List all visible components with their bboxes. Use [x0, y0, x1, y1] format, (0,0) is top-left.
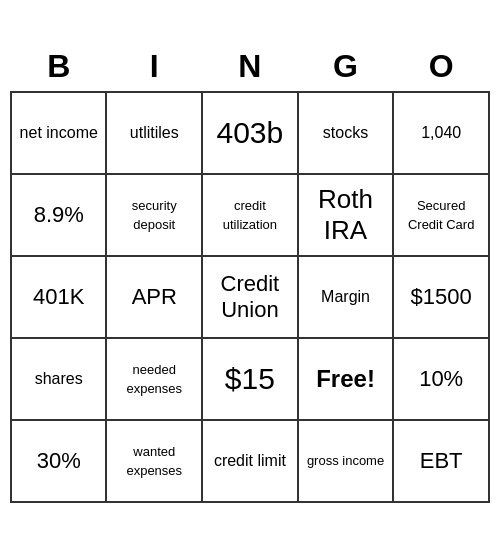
bingo-cell-r3-c0: shares	[11, 338, 106, 420]
bingo-cell-r1-c3: Roth IRA	[298, 174, 394, 256]
header-n: N	[202, 42, 298, 92]
bingo-header-row: B I N G O	[11, 42, 489, 92]
bingo-cell-r0-c2: 403b	[202, 92, 298, 174]
bingo-cell-r4-c1: wanted expenses	[106, 420, 202, 502]
bingo-cell-r1-c2: credit utilization	[202, 174, 298, 256]
bingo-card: B I N G O net incomeutlitiles403bstocks1…	[10, 42, 490, 503]
bingo-cell-r4-c2: credit limit	[202, 420, 298, 502]
bingo-cell-r3-c3: Free!	[298, 338, 394, 420]
bingo-row-0: net incomeutlitiles403bstocks1,040	[11, 92, 489, 174]
bingo-cell-r4-c4: EBT	[393, 420, 489, 502]
bingo-row-3: sharesneeded expenses$15Free!10%	[11, 338, 489, 420]
bingo-cell-r1-c0: 8.9%	[11, 174, 106, 256]
bingo-row-4: 30%wanted expensescredit limitgross inco…	[11, 420, 489, 502]
bingo-cell-r0-c1: utlitiles	[106, 92, 202, 174]
bingo-cell-r2-c0: 401K	[11, 256, 106, 338]
bingo-cell-r1-c4: Secured Credit Card	[393, 174, 489, 256]
bingo-cell-r0-c4: 1,040	[393, 92, 489, 174]
bingo-cell-r2-c4: $1500	[393, 256, 489, 338]
bingo-cell-r3-c1: needed expenses	[106, 338, 202, 420]
bingo-cell-r2-c2: Credit Union	[202, 256, 298, 338]
bingo-cell-r3-c4: 10%	[393, 338, 489, 420]
bingo-cell-r2-c1: APR	[106, 256, 202, 338]
bingo-cell-r0-c0: net income	[11, 92, 106, 174]
bingo-cell-r0-c3: stocks	[298, 92, 394, 174]
header-g: G	[298, 42, 394, 92]
bingo-row-1: 8.9%security depositcredit utilizationRo…	[11, 174, 489, 256]
bingo-cell-r4-c3: gross income	[298, 420, 394, 502]
bingo-cell-r4-c0: 30%	[11, 420, 106, 502]
bingo-row-2: 401KAPRCredit UnionMargin$1500	[11, 256, 489, 338]
header-o: O	[393, 42, 489, 92]
header-i: I	[106, 42, 202, 92]
bingo-cell-r3-c2: $15	[202, 338, 298, 420]
header-b: B	[11, 42, 106, 92]
bingo-cell-r2-c3: Margin	[298, 256, 394, 338]
bingo-cell-r1-c1: security deposit	[106, 174, 202, 256]
